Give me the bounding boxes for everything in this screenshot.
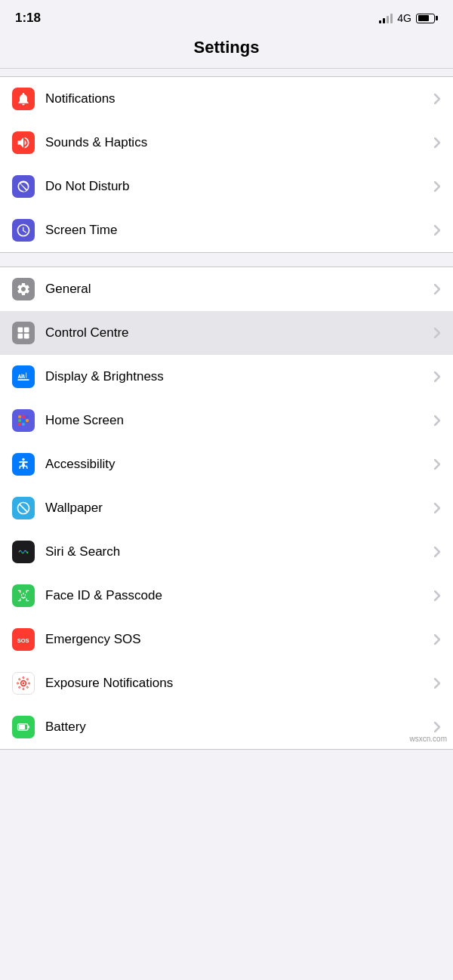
settings-row-controlcentre[interactable]: Control Centre xyxy=(0,311,453,355)
faceid-chevron xyxy=(433,590,441,602)
svg-point-25 xyxy=(26,686,28,688)
status-time: 1:18 xyxy=(15,11,41,26)
settings-row-siri[interactable]: Siri & Search xyxy=(0,530,453,574)
accessibility-icon xyxy=(12,453,35,476)
svg-rect-3 xyxy=(24,334,29,339)
siri-chevron xyxy=(433,546,441,558)
svg-point-23 xyxy=(29,683,30,684)
section-gap-2 xyxy=(0,253,453,267)
notifications-label: Notifications xyxy=(45,91,433,106)
settings-row-notifications[interactable]: Notifications xyxy=(0,77,453,121)
network-type: 4G xyxy=(397,12,411,24)
svg-point-10 xyxy=(26,419,29,422)
sos-label: Emergency SOS xyxy=(45,632,433,647)
settings-row-accessibility[interactable]: Accessibility xyxy=(0,442,453,486)
svg-point-8 xyxy=(18,419,21,422)
svg-point-22 xyxy=(17,683,19,684)
donotdisturb-icon xyxy=(12,175,35,198)
svg-point-16 xyxy=(25,594,26,595)
battery-icon xyxy=(416,14,438,23)
general-label: General xyxy=(45,282,433,297)
display-icon: AA xyxy=(12,365,35,388)
settings-row-battery[interactable]: Battery wsxcn.com xyxy=(0,705,453,749)
settings-row-faceid[interactable]: Face ID & Passcode xyxy=(0,574,453,618)
svg-point-27 xyxy=(19,686,20,688)
settings-row-sounds[interactable]: Sounds & Haptics xyxy=(0,121,453,165)
svg-rect-29 xyxy=(19,725,25,729)
svg-point-5 xyxy=(18,415,21,418)
sounds-label: Sounds & Haptics xyxy=(45,135,433,150)
signal-icon xyxy=(379,13,393,23)
svg-point-26 xyxy=(26,679,28,680)
battery-row-icon xyxy=(12,716,35,738)
screentime-chevron xyxy=(433,224,441,236)
section-gap-top xyxy=(0,69,453,76)
svg-point-11 xyxy=(18,423,21,426)
svg-point-15 xyxy=(21,594,22,595)
settings-row-screentime[interactable]: Screen Time xyxy=(0,208,453,252)
section-group-1: Notifications Sounds & Haptics Do Not Di… xyxy=(0,76,453,253)
svg-rect-1 xyxy=(24,328,29,333)
general-icon xyxy=(12,278,35,300)
controlcentre-label: Control Centre xyxy=(45,325,433,341)
page-title: Settings xyxy=(194,38,260,57)
homescreen-label: Home Screen xyxy=(45,413,433,428)
accessibility-chevron xyxy=(433,458,441,470)
donotdisturb-chevron xyxy=(433,180,441,193)
homescreen-chevron xyxy=(433,414,441,427)
screentime-label: Screen Time xyxy=(45,223,433,238)
display-label: Display & Brightness xyxy=(45,369,433,384)
svg-point-7 xyxy=(26,415,29,418)
controlcentre-icon xyxy=(12,322,35,344)
controlcentre-chevron xyxy=(433,327,441,339)
settings-row-exposure[interactable]: Exposure Notifications xyxy=(0,661,453,705)
settings-row-sos[interactable]: SOS Emergency SOS xyxy=(0,618,453,661)
header: Settings xyxy=(0,32,453,69)
faceid-icon xyxy=(12,584,35,607)
settings-row-general[interactable]: General xyxy=(0,267,453,311)
wallpaper-icon xyxy=(12,497,35,519)
svg-point-12 xyxy=(22,423,25,426)
svg-point-20 xyxy=(23,677,24,679)
siri-icon xyxy=(12,541,35,563)
settings-row-donotdisturb[interactable]: Do Not Disturb xyxy=(0,165,453,208)
exposure-chevron xyxy=(433,677,441,689)
status-icons: 4G xyxy=(379,12,438,24)
settings-row-display[interactable]: AA Display & Brightness xyxy=(0,355,453,399)
accessibility-label: Accessibility xyxy=(45,457,433,472)
settings-row-homescreen[interactable]: Home Screen xyxy=(0,399,453,442)
svg-point-21 xyxy=(23,689,24,690)
svg-point-9 xyxy=(22,419,25,422)
svg-point-19 xyxy=(23,683,25,685)
sos-icon: SOS xyxy=(12,628,35,651)
display-chevron xyxy=(433,371,441,383)
screentime-icon xyxy=(12,219,35,242)
svg-rect-2 xyxy=(18,334,23,339)
donotdisturb-label: Do Not Disturb xyxy=(45,179,433,194)
sounds-icon xyxy=(12,131,35,154)
section-group-2: General Control Centre AA Display & Brig… xyxy=(0,267,453,750)
sounds-chevron xyxy=(433,137,441,149)
svg-rect-0 xyxy=(18,328,23,333)
general-chevron xyxy=(433,283,441,295)
status-bar: 1:18 4G xyxy=(0,0,453,32)
wallpaper-label: Wallpaper xyxy=(45,501,433,516)
exposure-label: Exposure Notifications xyxy=(45,676,433,691)
notifications-icon xyxy=(12,88,35,110)
svg-text:AA: AA xyxy=(18,374,26,379)
settings-row-wallpaper[interactable]: Wallpaper xyxy=(0,486,453,530)
battery-chevron xyxy=(433,721,441,733)
exposure-icon xyxy=(12,672,35,695)
svg-rect-30 xyxy=(28,726,29,728)
svg-text:SOS: SOS xyxy=(17,637,29,644)
svg-point-13 xyxy=(22,458,24,461)
svg-point-24 xyxy=(19,679,20,680)
faceid-label: Face ID & Passcode xyxy=(45,588,433,603)
watermark: wsxcn.com xyxy=(410,735,447,743)
sos-chevron xyxy=(433,633,441,646)
battery-label: Battery xyxy=(45,720,433,735)
notifications-chevron xyxy=(433,93,441,105)
siri-label: Siri & Search xyxy=(45,544,433,559)
wallpaper-chevron xyxy=(433,502,441,514)
svg-point-6 xyxy=(22,415,25,418)
